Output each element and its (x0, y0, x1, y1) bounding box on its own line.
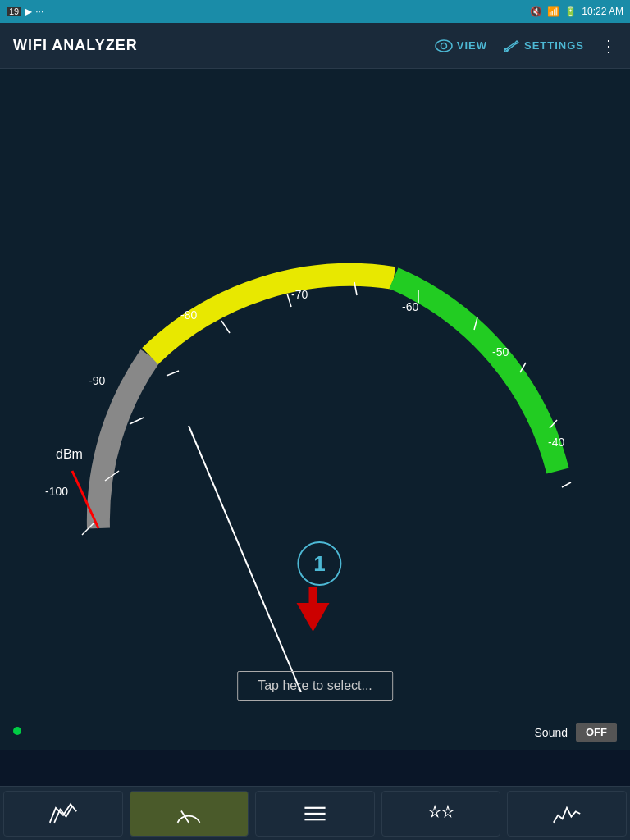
more-button[interactable]: ⋮ (600, 36, 617, 56)
wrench-icon (504, 39, 520, 52)
svg-text:-80: -80 (180, 308, 197, 322)
settings-label: SETTINGS (524, 39, 584, 52)
svg-text:-40: -40 (548, 436, 564, 449)
tap-select-button[interactable]: Tap here to select... (237, 671, 393, 701)
network-count-badge: 1 (297, 541, 341, 586)
status-bar-left: 19 ▶ ··· (7, 6, 43, 17)
status-bar-right: 🔇 📶 🔋 10:22 AM (530, 6, 623, 17)
svg-text:dBm: dBm (56, 447, 83, 461)
list-icon (300, 799, 330, 829)
stars-icon (427, 799, 456, 829)
time-display: 10:22 AM (582, 6, 623, 17)
nav-signal-view[interactable] (507, 791, 627, 837)
wifi-icon: 📶 (547, 6, 559, 17)
svg-line-15 (221, 321, 230, 333)
svg-point-0 (436, 40, 452, 52)
svg-rect-27 (309, 587, 317, 607)
view-button[interactable]: VIEW (435, 39, 487, 52)
settings-button[interactable]: SETTINGS (504, 39, 584, 52)
graph-icon (48, 799, 78, 829)
gauge-area: dBm -100 -90 -80 -70 -60 -50 -40 (0, 69, 630, 750)
app-title: WIFI ANALYZER (13, 37, 138, 54)
signal-chart-icon (552, 799, 582, 829)
app-bar: WIFI ANALYZER VIEW SETTINGS ⋮ (0, 23, 630, 69)
svg-text:-50: -50 (492, 345, 509, 358)
more-notifications: ··· (35, 6, 43, 17)
eye-icon (435, 39, 453, 52)
svg-marker-26 (297, 603, 330, 632)
gauge-icon (174, 799, 203, 829)
svg-text:-60: -60 (402, 300, 418, 313)
nav-gauge-view[interactable] (130, 791, 249, 837)
svg-text:-100: -100 (45, 485, 68, 498)
svg-marker-33 (442, 806, 453, 816)
svg-point-1 (441, 43, 446, 48)
svg-line-24 (189, 426, 315, 692)
sound-label: Sound (535, 726, 568, 739)
svg-marker-32 (429, 806, 440, 816)
bottom-nav (0, 786, 630, 840)
down-arrow (293, 587, 334, 635)
notification-count: 19 (7, 7, 21, 16)
network-count: 1 (313, 551, 325, 577)
svg-line-22 (562, 482, 571, 487)
status-bar: 19 ▶ ··· 🔇 📶 🔋 10:22 AM (0, 0, 630, 23)
sound-toggle-button[interactable]: OFF (576, 723, 617, 742)
svg-text:-70: -70 (291, 288, 308, 301)
mute-icon: 🔇 (530, 6, 542, 17)
nav-list-view[interactable] (255, 791, 375, 837)
svg-line-13 (130, 418, 144, 424)
battery-icon: 🔋 (564, 6, 577, 17)
play-icon: ▶ (25, 6, 32, 17)
view-label: VIEW (457, 39, 487, 52)
nav-stars-view[interactable] (381, 791, 501, 837)
svg-line-14 (167, 371, 179, 376)
svg-text:-90: -90 (89, 374, 105, 387)
status-dot (13, 727, 21, 735)
sound-bar: Sound OFF (535, 723, 617, 742)
nav-graph-view[interactable] (3, 791, 123, 837)
app-bar-actions: VIEW SETTINGS ⋮ (435, 36, 617, 56)
